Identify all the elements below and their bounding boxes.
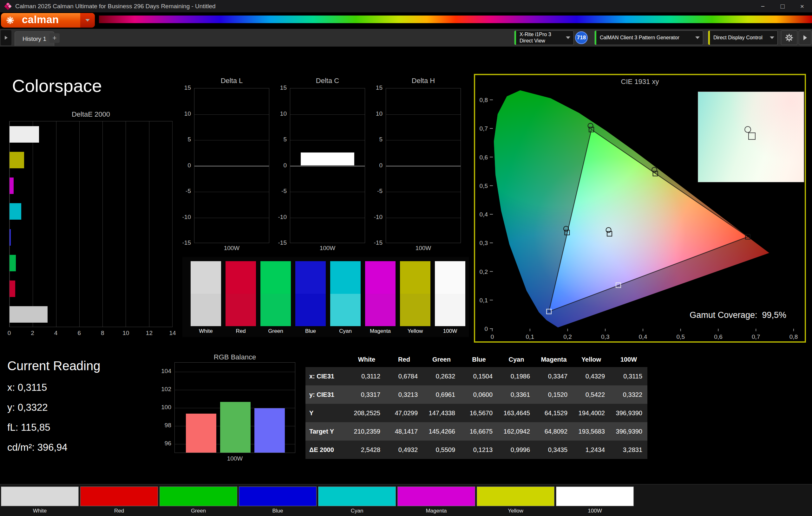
pattern-button-green[interactable]: Green [160,487,237,514]
pattern-button-label: Cyan [318,508,396,514]
table-cell: 0,5422 [573,386,610,404]
table-cell: 2,5428 [348,441,385,459]
delta-c-gridline [290,114,365,115]
table-col-header-red: Red [385,352,423,367]
deltae-gridline [79,121,80,327]
delta-c-xlabel: 100W [290,245,365,252]
rgb-xlabel: 100W [174,455,295,462]
table-cell: 0,1213 [460,441,498,459]
cie-ytick-label: 0,1 [480,297,488,304]
deltae-bar-white [9,126,39,143]
pattern-button-red[interactable]: Red [80,487,158,514]
table-cell: 162,0942 [498,422,535,441]
inset-measured-marker [748,132,756,140]
close-button[interactable]: × [792,0,812,12]
delta-c-ytick: -10 [270,214,287,221]
table-cell: 1,2434 [573,441,610,459]
gamut-coverage-value: 99,5% [762,310,786,320]
pattern-button-cyan[interactable]: Cyan [318,487,396,514]
pattern-swatch-red [80,487,158,506]
add-tab-button[interactable]: + [50,33,60,43]
pattern-button-yellow[interactable]: Yellow [477,487,554,514]
swatch-target-yellow [400,294,430,326]
source-accent [595,31,596,45]
measurement-table: WhiteRedGreenBlueCyanMagentaYellow100Wx:… [306,352,647,459]
delta-c-ytick: -5 [270,188,287,194]
swatch-target-100w [435,294,465,326]
delta-l-gridline [195,114,269,115]
pattern-source-label: CalMAN Client 3 Pattern Generator [600,35,679,41]
display-control-dropdown[interactable]: Direct Display Control [708,30,778,45]
rgb-ytick: 102 [155,386,171,393]
deltae-xtick: 2 [26,330,39,337]
current-reading-line: y: 0,3322 [7,402,67,413]
calman-menu-button[interactable]: calman [1,13,95,28]
delta-l-gridline [195,140,269,141]
delta-h-gridline [386,140,461,141]
delta-c-ytick: 5 [270,136,287,143]
table-row-label: Target Y [306,422,348,441]
pattern-button-white[interactable]: White [1,487,79,514]
pattern-source-dropdown[interactable]: CalMAN Client 3 Pattern Generator [594,30,703,45]
table-col-header-green: Green [423,352,460,367]
delta-h-xlabel: 100W [386,245,461,252]
table-cell: 0,3112 [348,367,385,386]
pattern-button-blue[interactable]: Blue [239,487,317,514]
swatch-target-red [226,294,256,326]
table-cell: 0,2632 [423,367,460,386]
swatch-actual-blue [295,261,326,294]
delta-l-title: Delta L [194,77,269,85]
swatch-actual-100w [435,261,465,294]
current-reading-line: fL: 115,85 [7,422,67,433]
delta-h-ytick: -5 [366,188,382,194]
cie-ytick-label: 0,2 [480,269,488,275]
display-control-label: Direct Display Control [713,35,762,41]
tabbar: History 1 + X-Rite i1Pro 3 Direct View 7… [0,29,812,47]
pattern-button-label: 100W [556,508,634,514]
deltae-gridline [149,121,149,327]
display-accent [708,31,710,45]
meter-line2: Direct View [520,38,545,43]
table-col-header-magenta: Magenta [535,352,573,367]
deltae-bar-cyan [9,203,21,220]
table-cell: 0,1520 [535,386,573,404]
swatch-target-green [260,294,291,326]
rgb-ytick: 104 [155,368,171,375]
pattern-swatch-100w [556,487,634,506]
table-row-label: x: CIE31 [306,367,348,386]
table-corner [306,352,348,367]
cie-ytick-label: 0 [484,326,488,332]
table-row: x: CIE310,31120,67840,26320,15040,19860,… [306,367,647,386]
table-col-header-cyan: Cyan [498,352,535,367]
swatch-actual-cyan [330,261,360,294]
pattern-button-100w[interactable]: 100W [556,487,634,514]
pattern-swatch-yellow [477,487,554,506]
table-col-header-white: White [348,352,385,367]
pattern-button-magenta[interactable]: Magenta [398,487,475,514]
settings-button[interactable] [781,30,798,45]
table-cell: 0,5509 [423,441,460,459]
table-cell: 0,3361 [498,386,535,404]
arrow-right-icon [803,35,808,41]
rgb-gridline [175,390,295,390]
maximize-button[interactable]: □ [773,0,792,12]
sidebar-expander-button[interactable] [1,30,11,45]
delta-l-ytick: -15 [174,239,191,246]
table-cell: 208,2525 [348,404,385,422]
deltae-gridline [103,121,103,327]
advance-button[interactable] [799,30,811,45]
chevron-down-icon [566,36,570,39]
meter-dropdown[interactable]: X-Rite i1Pro 3 Direct View [514,30,574,45]
current-reading-title: Current Reading [7,359,100,373]
tab-history-1[interactable]: History 1 [14,31,54,46]
table-row-label: ΔE 2000 [306,441,348,459]
minimize-button[interactable]: − [753,0,773,12]
calman-app-window: Calman 2025 Calman Ultimate for Business… [0,0,812,516]
cie-xtick-label: 0,2 [563,333,572,340]
swatch-actual-magenta [365,261,396,294]
table-cell: 16,5670 [460,404,498,422]
calman-menu-dropdown[interactable] [80,13,95,28]
table-row: y: CIE310,33170,32130,69610,06000,33610,… [306,386,647,404]
delta-c-title: Delta C [290,77,365,85]
window-title: Calman 2025 Calman Ultimate for Business… [15,3,216,10]
